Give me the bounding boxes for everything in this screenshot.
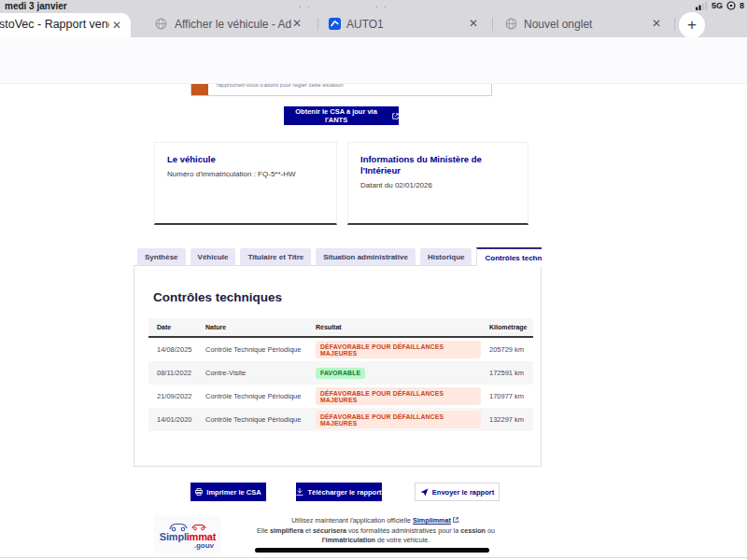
cell-km: 132297 km <box>481 415 533 424</box>
result-badge: DÉFAVORABLE POUR DÉFAILLANCES MAJEURES <box>316 411 481 428</box>
send-report-label: Envoyer le rapport <box>432 488 494 497</box>
vehicle-card-body: Numéro d'immatriculation : FQ-5**-HW <box>167 170 324 178</box>
simplimmat-logo: Simplimmat .gouv <box>154 515 221 553</box>
logo-text-gouv: .gouv <box>194 542 214 550</box>
table-row: 21/09/2022 Contrôle Technique Périodique… <box>148 385 533 408</box>
ministry-card-title: Informations du Ministère de l'Intérieur <box>360 154 515 176</box>
footer-line-1: Utilisez maintenant l'application offici… <box>238 516 514 526</box>
status-icons: 5G 8 <box>696 1 744 10</box>
home-indicator[interactable] <box>255 548 489 553</box>
signal-icon <box>696 1 708 10</box>
tab-divider <box>317 18 318 31</box>
battery-percent: 8 <box>740 1 744 10</box>
vehicle-card-title: Le véhicule <box>167 154 324 165</box>
cell-date: 14/01/2020 <box>148 415 197 424</box>
browser-tab-title: stoVec - Rapport vend <box>0 18 109 31</box>
download-report-button[interactable]: Télécharger le rapport <box>296 483 382 501</box>
ministry-card: Informations du Ministère de l'Intérieur… <box>347 142 529 225</box>
tab-situation-administrative[interactable]: Situation administrative <box>316 248 416 266</box>
tab-divider <box>492 18 493 31</box>
col-date: Date <box>148 324 197 330</box>
network-label: 5G <box>712 1 723 10</box>
bottom-divider <box>0 557 747 558</box>
plus-icon: + <box>687 16 697 35</box>
cell-nature: Contre-Visite <box>197 369 307 377</box>
multitask-dots-icon: · · <box>375 3 388 11</box>
new-tab-button[interactable]: + <box>679 12 705 38</box>
browser-chrome: medi 3 janvier · · · · 5G 8 stoVec - Rap… <box>0 0 747 37</box>
tab-divider <box>674 18 675 31</box>
browser-tab-nouvel-onglet[interactable]: Nouvel onglet <box>524 18 592 31</box>
cell-date: 21/09/2022 <box>148 392 197 400</box>
table-row: 14/08/2025 Contrôle Technique Périodique… <box>148 338 533 361</box>
multitask-dots-icon: · · <box>299 3 312 11</box>
cell-km: 205729 km <box>481 345 533 354</box>
download-icon <box>296 488 303 496</box>
cell-km: 170977 km <box>481 392 533 400</box>
logo-text-simpl: Simpl <box>160 531 187 542</box>
browser-tab-auto1[interactable]: AUTO1 <box>346 18 384 31</box>
globe-icon <box>155 18 167 30</box>
warning-banner: rapprochez-vous d'abord pour régler cett… <box>190 84 492 96</box>
browser-tab-afficher[interactable]: Afficher le véhicule - Ad <box>175 18 291 31</box>
auto1-favicon <box>329 18 341 30</box>
obtain-csa-button[interactable]: Obtenir le CSA à jour via l'ANTS <box>284 106 399 125</box>
tab-controles-techniques[interactable]: Contrôles techniques <box>476 247 542 266</box>
tab-historique[interactable]: Historique <box>420 248 472 266</box>
cell-date: 08/11/2022 <box>148 369 197 377</box>
col-nature: Nature <box>197 324 307 330</box>
section-title: Contrôles techniques <box>153 290 282 304</box>
cell-nature: Contrôle Technique Périodique <box>197 345 307 354</box>
ipad-screen: medi 3 janvier · · · · 5G 8 stoVec - Rap… <box>0 0 747 560</box>
globe-icon <box>505 18 517 30</box>
send-icon <box>420 488 429 497</box>
tab-vehicule[interactable]: Véhicule <box>190 248 236 266</box>
print-csa-label: Imprimer le CSA <box>206 488 261 497</box>
result-badge: FAVORABLE <box>316 368 365 379</box>
footer-line-2: Elle simplifiera et sécurisera vos forma… <box>238 526 514 537</box>
simplimmat-link[interactable]: Simplimmat <box>413 516 451 525</box>
cell-date: 14/08/2025 <box>148 345 197 354</box>
download-report-label: Télécharger le rapport <box>307 488 381 497</box>
tab-synthese[interactable]: Synthèse <box>137 248 186 266</box>
obtain-csa-label: Obtenir le CSA à jour via l'ANTS <box>284 107 388 124</box>
technical-inspections-table: Date Nature Résultat Kilométrage 14/08/2… <box>148 318 533 431</box>
printer-icon <box>195 488 203 496</box>
close-tab-icon[interactable]: ✕ <box>292 18 302 29</box>
cell-nature: Contrôle Technique Périodique <box>197 392 307 400</box>
controles-techniques-panel: Contrôles techniques Date Nature Résulta… <box>134 265 542 467</box>
vehicle-card: Le véhicule Numéro d'immatriculation : F… <box>154 142 337 225</box>
browser-tab-histovec[interactable]: stoVec - Rapport vend ✕ <box>0 13 131 37</box>
histovec-page: rapprochez-vous d'abord pour régler cett… <box>0 84 747 560</box>
send-report-button[interactable]: Envoyer le rapport <box>415 483 500 501</box>
table-header-row: Date Nature Résultat Kilométrage <box>148 318 533 338</box>
status-date: medi 3 janvier <box>5 1 67 11</box>
footer-line-3: l'immatriculation de votre véhicule. <box>238 536 514 546</box>
logo-text-immat: immat <box>187 531 216 542</box>
result-badge: DÉFAVORABLE POUR DÉFAILLANCES MAJEURES <box>316 387 481 405</box>
close-tab-icon[interactable]: ✕ <box>469 18 478 29</box>
external-link-icon <box>392 113 399 119</box>
cell-nature: Contrôle Technique Périodique <box>197 415 307 424</box>
rotation-lock-icon <box>726 1 736 10</box>
warning-icon <box>191 84 208 96</box>
cell-km: 172591 km <box>481 369 533 377</box>
report-tabs: Synthèse Véhicule Titulaire et Titre Sit… <box>134 247 542 266</box>
result-badge: DÉFAVORABLE POUR DÉFAILLANCES MAJEURES <box>316 341 481 358</box>
table-row: 14/01/2020 Contrôle Technique Périodique… <box>148 408 533 431</box>
warning-text: rapprochez-vous d'abord pour régler cett… <box>217 84 344 88</box>
print-csa-button[interactable]: Imprimer le CSA <box>190 483 266 501</box>
col-kilometrage: Kilométrage <box>481 324 533 330</box>
footer-text: Utilisez maintenant l'application offici… <box>238 516 514 546</box>
tab-titulaire-et-titre[interactable]: Titulaire et Titre <box>240 248 311 266</box>
close-tab-icon[interactable]: ✕ <box>112 20 121 31</box>
close-tab-icon[interactable]: ✕ <box>652 18 661 29</box>
table-row: 08/11/2022 Contre-Visite FAVORABLE 17259… <box>148 361 533 385</box>
col-resultat: Résultat <box>307 324 481 330</box>
ministry-card-body: Datant du 02/01/2026 <box>360 181 515 189</box>
browser-toolbar: histovec.interieur.gouv.fr 4 <box>0 37 747 84</box>
